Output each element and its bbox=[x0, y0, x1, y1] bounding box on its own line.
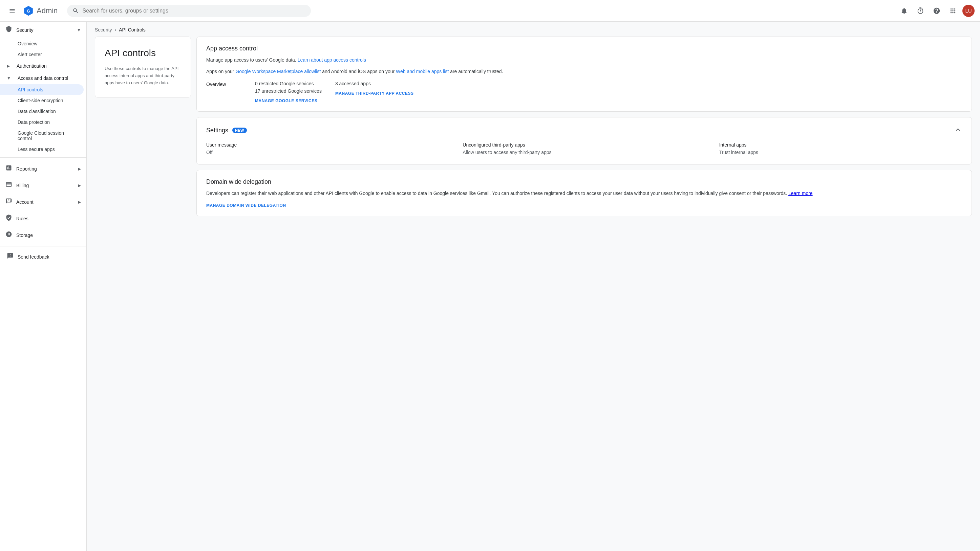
api-controls-card: API controls Use these controls to manag… bbox=[95, 37, 191, 97]
sidebar-item-storage[interactable]: Storage bbox=[0, 227, 86, 243]
domain-delegation-desc: Developers can register their web applic… bbox=[206, 189, 962, 197]
chevron-right-icon-2: ▶ bbox=[78, 167, 81, 171]
main-content: Security › API Controls API controls Use… bbox=[87, 22, 980, 551]
sidebar-item-authentication[interactable]: ▶ Authentication bbox=[0, 60, 86, 72]
sidebar-item-security[interactable]: Security ▼ bbox=[0, 22, 86, 38]
app-access-desc-2: Apps on your Google Workspace Marketplac… bbox=[206, 68, 962, 75]
new-badge: NEW bbox=[232, 128, 247, 133]
chevron-down-icon-2: ▼ bbox=[7, 76, 11, 81]
domain-delegation-title: Domain wide delegation bbox=[206, 178, 962, 186]
sidebar-item-google-cloud-session[interactable]: Google Cloud session control bbox=[0, 128, 84, 144]
settings-header[interactable]: Settings NEW bbox=[206, 125, 962, 135]
app-access-control-card: App access control Manage app access to … bbox=[196, 37, 972, 112]
apps-grid-icon[interactable] bbox=[946, 4, 960, 17]
learn-about-link[interactable]: Learn about app access controls bbox=[298, 57, 366, 63]
google-services-col: 0 restricted Google services 17 unrestri… bbox=[255, 81, 322, 103]
sidebar-item-client-side-encryption[interactable]: Client-side encryption bbox=[0, 95, 84, 106]
sidebar-item-reporting[interactable]: Reporting ▶ bbox=[0, 160, 86, 177]
sidebar-item-rules[interactable]: Rules bbox=[0, 210, 86, 227]
manage-google-services-link[interactable]: MANAGE GOOGLE SERVICES bbox=[255, 98, 322, 103]
settings-card: Settings NEW User message Off bbox=[196, 117, 972, 165]
feedback-icon bbox=[7, 252, 14, 261]
breadcrumb: Security › API Controls bbox=[87, 22, 980, 37]
internal-apps-desc: Trust internal apps bbox=[719, 149, 962, 156]
content-area: API controls Use these controls to manag… bbox=[87, 37, 980, 224]
api-controls-title: API controls bbox=[105, 48, 181, 59]
google-logo-icon: G bbox=[23, 5, 34, 16]
user-message-title: User message bbox=[206, 142, 449, 148]
sidebar-divider-2 bbox=[0, 246, 86, 246]
overview-data: 0 restricted Google services 17 unrestri… bbox=[255, 81, 962, 103]
sidebar: Security ▼ Overview Alert center ▶ Authe… bbox=[0, 22, 87, 551]
sidebar-item-access-data-control[interactable]: ▼ Access and data control bbox=[0, 72, 86, 84]
chevron-right-icon-4: ▶ bbox=[78, 200, 81, 205]
svg-text:G: G bbox=[27, 8, 30, 13]
sidebar-divider-1 bbox=[0, 157, 86, 158]
left-panel: API controls Use these controls to manag… bbox=[95, 37, 191, 216]
manage-domain-delegation-link[interactable]: MANAGE DOMAIN WIDE DELEGATION bbox=[206, 203, 286, 208]
timer-icon[interactable] bbox=[914, 4, 927, 17]
stat-unrestricted: 17 unrestricted Google services bbox=[255, 88, 322, 94]
third-party-col: 3 accessed apps MANAGE THIRD-PARTY APP A… bbox=[335, 81, 414, 103]
unconfigured-desc: Allow users to access any third-party ap… bbox=[463, 149, 705, 156]
sidebar-item-less-secure-apps[interactable]: Less secure apps bbox=[0, 144, 84, 155]
sidebar-item-api-controls[interactable]: API controls bbox=[0, 84, 84, 95]
sidebar-item-overview[interactable]: Overview bbox=[0, 38, 84, 49]
settings-title-row: Settings NEW bbox=[206, 127, 247, 134]
settings-title: Settings bbox=[206, 127, 228, 134]
search-bar bbox=[67, 5, 311, 17]
topbar: G Admin bbox=[0, 0, 980, 22]
billing-icon bbox=[5, 181, 12, 189]
sidebar-security-label: Security bbox=[16, 27, 33, 33]
domain-delegation-card: Domain wide delegation Developers can re… bbox=[196, 170, 972, 216]
avatar[interactable]: LU bbox=[963, 5, 975, 17]
unconfigured-col: Unconfigured third-party apps Allow user… bbox=[463, 142, 705, 156]
search-input[interactable] bbox=[83, 8, 306, 14]
sidebar-item-send-feedback[interactable]: Send feedback bbox=[0, 249, 86, 264]
learn-more-link[interactable]: Learn more bbox=[788, 191, 813, 196]
breadcrumb-parent[interactable]: Security bbox=[95, 27, 112, 32]
sidebar-item-alert-center[interactable]: Alert center bbox=[0, 49, 84, 60]
topbar-actions: LU bbox=[897, 4, 975, 17]
menu-icon[interactable] bbox=[5, 4, 19, 17]
api-controls-description: Use these controls to manage the API acc… bbox=[105, 65, 181, 86]
chevron-right-icon: ▶ bbox=[7, 64, 10, 68]
settings-body: User message Off Unconfigured third-part… bbox=[206, 142, 962, 156]
settings-collapse-icon[interactable] bbox=[954, 125, 962, 135]
app-access-control-title: App access control bbox=[206, 45, 962, 52]
rules-icon bbox=[5, 214, 12, 223]
overview-section: Overview 0 restricted Google services 17… bbox=[206, 81, 962, 103]
topbar-logo[interactable]: G Admin bbox=[23, 5, 57, 16]
sidebar-item-data-protection[interactable]: Data protection bbox=[0, 117, 84, 128]
reporting-icon bbox=[5, 165, 12, 173]
storage-icon bbox=[5, 231, 12, 239]
user-message-value: Off bbox=[206, 149, 449, 156]
unconfigured-title: Unconfigured third-party apps bbox=[463, 142, 705, 148]
chevron-down-icon: ▼ bbox=[77, 28, 81, 32]
stat-accessed-apps: 3 accessed apps bbox=[335, 81, 414, 86]
notifications-icon[interactable] bbox=[897, 4, 911, 17]
internal-apps-title: Internal apps bbox=[719, 142, 962, 148]
manage-third-party-link[interactable]: MANAGE THIRD-PARTY APP ACCESS bbox=[335, 91, 414, 96]
chevron-right-icon-3: ▶ bbox=[78, 183, 81, 188]
shield-icon bbox=[5, 26, 12, 34]
stat-restricted: 0 restricted Google services bbox=[255, 81, 322, 86]
help-icon[interactable] bbox=[930, 4, 943, 17]
web-mobile-apps-link[interactable]: Web and mobile apps list bbox=[396, 69, 449, 74]
account-icon bbox=[5, 198, 12, 206]
marketplace-allowlist-link[interactable]: Google Workspace Marketplace allowlist bbox=[235, 69, 321, 74]
search-icon bbox=[72, 8, 79, 14]
topbar-title: Admin bbox=[37, 6, 57, 15]
overview-label: Overview bbox=[206, 81, 247, 103]
right-panel: App access control Manage app access to … bbox=[196, 37, 972, 216]
internal-apps-col: Internal apps Trust internal apps bbox=[719, 142, 962, 156]
sidebar-item-billing[interactable]: Billing ▶ bbox=[0, 177, 86, 194]
breadcrumb-current: API Controls bbox=[119, 27, 146, 32]
sidebar-item-data-classification[interactable]: Data classification bbox=[0, 106, 84, 117]
user-message-col: User message Off bbox=[206, 142, 449, 156]
sidebar-item-account[interactable]: Account ▶ bbox=[0, 194, 86, 210]
breadcrumb-separator: › bbox=[115, 27, 116, 32]
app-access-desc-1: Manage app access to users' Google data.… bbox=[206, 56, 962, 64]
